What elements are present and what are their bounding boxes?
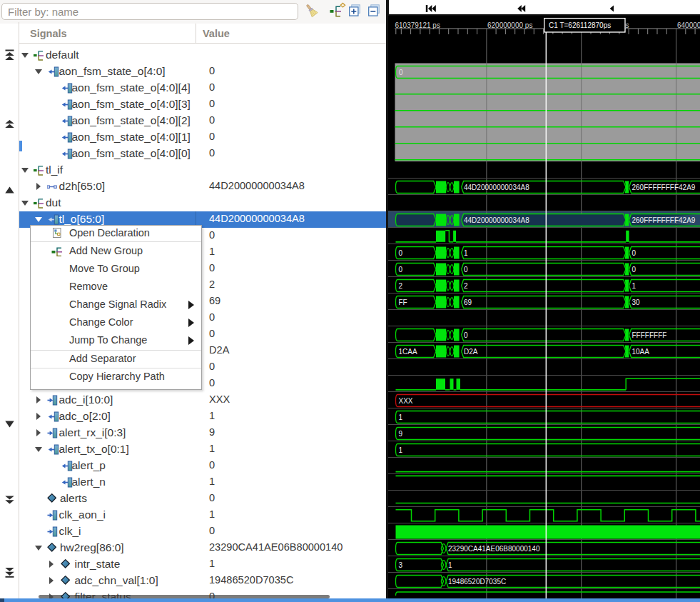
svg-text:2: 2 (399, 282, 403, 290)
svg-text:1CAA: 1CAA (399, 348, 417, 356)
svg-text:610379121 ps: 610379121 ps (395, 21, 440, 29)
svg-text:44D20000000034A8: 44D20000000034A8 (464, 216, 529, 224)
svg-text:0: 0 (632, 266, 636, 274)
svg-text:C1 T=626112870ps: C1 T=626112870ps (549, 21, 611, 29)
svg-text:44D20000000034A8: 44D20000000034A8 (464, 184, 529, 191)
svg-text:XXX: XXX (399, 397, 413, 405)
svg-text:260FFFFFFFF42A9: 260FFFFFFFF42A9 (632, 216, 696, 224)
svg-text:1: 1 (448, 561, 452, 569)
svg-text:69: 69 (464, 299, 472, 306)
svg-text:0: 0 (399, 266, 403, 274)
svg-text:1: 1 (464, 249, 468, 257)
svg-text:30: 30 (632, 299, 641, 306)
svg-text:0: 0 (464, 266, 468, 274)
svg-text:10AA: 10AA (632, 348, 650, 356)
svg-text:1: 1 (632, 282, 636, 290)
svg-text:FFFFFFFF: FFFFFFFF (632, 331, 667, 339)
svg-text:0: 0 (632, 249, 636, 257)
svg-text:0: 0 (399, 69, 403, 76)
svg-text:19486520D7035C: 19486520D7035C (448, 578, 506, 586)
svg-text:0: 0 (464, 331, 468, 339)
svg-text:1: 1 (399, 413, 403, 421)
svg-text:FF: FF (399, 299, 407, 306)
svg-text:640000000 ps: 640000000 ps (677, 21, 700, 29)
svg-text:0: 0 (399, 249, 403, 257)
svg-text:9: 9 (399, 430, 403, 438)
svg-text:3: 3 (399, 561, 403, 569)
svg-text:260FFFFFFFF42A9: 260FFFFFFFF42A9 (632, 184, 696, 191)
svg-text:1: 1 (399, 446, 403, 454)
svg-text:D2A: D2A (464, 348, 478, 356)
svg-text:620000000 ps: 620000000 ps (487, 21, 532, 29)
svg-text:23290CA41AE06B80000140: 23290CA41AE06B80000140 (448, 545, 540, 553)
svg-text:2: 2 (464, 282, 468, 290)
